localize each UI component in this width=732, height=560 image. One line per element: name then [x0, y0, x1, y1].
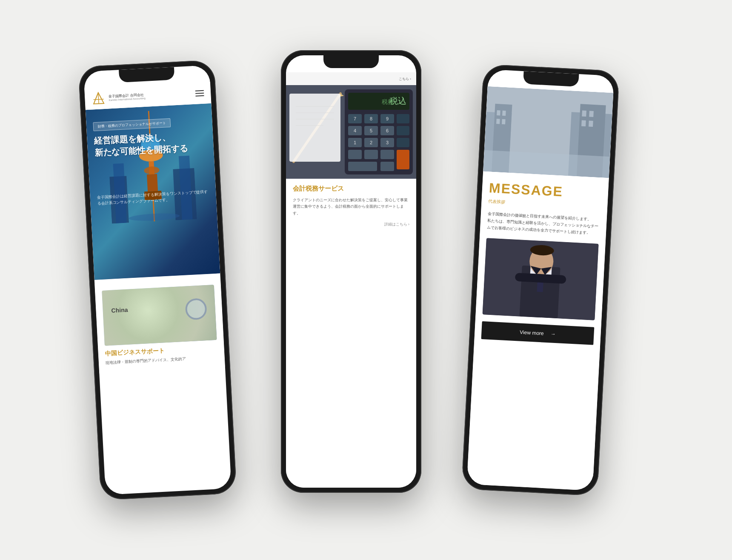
p2-calculator-svg: 税込 税務 [286, 85, 416, 179]
svg-point-14 [129, 212, 180, 222]
phone-3-notch [523, 71, 579, 87]
svg-text:2: 2 [370, 140, 372, 145]
svg-rect-66 [589, 120, 593, 127]
p2-service-card: 税込 税務 [286, 85, 416, 233]
p1-logo: 金子国際会計 合同会社 Kaneko International Account… [92, 89, 146, 106]
p2-top-link-text: こちら › [399, 77, 411, 81]
p2-service-description: クライアントのニーズに合わせた解決策をご提案し、安心して事業運営に集中できるよう… [293, 197, 409, 217]
svg-rect-37 [380, 162, 394, 171]
p3-message-description: 金子国際会計の価値観と目指す未来への展望を紹介します。 私たちは、専門知識と経験… [487, 210, 600, 237]
svg-text:4: 4 [354, 128, 356, 133]
p1-logo-icon [92, 91, 106, 106]
phone-1-content: 金子国際会計 合同会社 Kaneko International Account… [84, 82, 232, 495]
phone-2-notch [323, 55, 379, 68]
phone-3-content: MESSAGE 代表挨拶 金子国際会計の価値観と目指す未来への展望を紹介します。… [467, 86, 614, 491]
phone-1-screen: 金子国際会計 合同会社 Kaneko International Account… [83, 65, 232, 495]
svg-rect-64 [589, 111, 594, 117]
svg-rect-62 [502, 119, 506, 124]
svg-point-11 [144, 166, 160, 174]
svg-text:8: 8 [370, 116, 372, 121]
p3-top-svg [483, 86, 613, 178]
svg-rect-33 [364, 150, 378, 159]
svg-text:7: 7 [354, 116, 356, 121]
p1-logo-texts: 金子国際会計 合同会社 Kaneko International Account… [109, 93, 146, 102]
svg-rect-35 [397, 150, 409, 169]
p1-china-card: China 中国ビジネスサポート 現地法律・規制の専門的アドバイス、文化的ア [94, 277, 225, 373]
svg-rect-27 [397, 126, 409, 135]
p3-view-more-button[interactable]: View more → [481, 321, 595, 345]
p3-view-more-label: View more [520, 329, 544, 336]
svg-rect-60 [502, 111, 506, 116]
p3-portrait-svg [483, 238, 599, 320]
p1-hamburger-icon[interactable] [195, 90, 204, 97]
p2-service-link[interactable]: 詳細はこちら › [293, 222, 409, 227]
p2-service-title: 会計税務サービス [293, 185, 409, 193]
p1-card-image: China [102, 285, 217, 346]
svg-rect-61 [496, 119, 500, 124]
svg-text:6: 6 [386, 128, 389, 133]
p2-top-link[interactable]: こちら › [286, 72, 416, 85]
scene: 金子国際会計 合同会社 Kaneko International Account… [68, 25, 664, 535]
svg-rect-12 [147, 174, 158, 191]
phone-2: こちら › 税込 [281, 50, 421, 493]
p3-message-section: MESSAGE 代表挨拶 金子国際会計の価値観と目指す未来への展望を紹介します。… [474, 171, 609, 354]
phone-2-content: こちら › 税込 [286, 72, 416, 488]
p2-service-link-text: 詳細はこちら › [384, 222, 410, 227]
svg-rect-65 [581, 120, 586, 127]
svg-text:1: 1 [354, 140, 356, 145]
p3-desc-2: 私たちは、専門知識と経験を活かし、プロフェッショナルなチームでお客様のビジネスの… [487, 218, 598, 235]
phone-3: MESSAGE 代表挨拶 金子国際会計の価値観と目指す未来への展望を紹介します。… [461, 64, 620, 496]
p3-arrow-icon: → [550, 331, 556, 337]
p2-service-body: 会計税務サービス クライアントのニーズに合わせた解決策をご提案し、安心して事業運… [286, 179, 416, 233]
phone-1: 金子国際会計 合同会社 Kaneko International Account… [78, 60, 237, 500]
svg-rect-36 [348, 162, 377, 171]
svg-text:税務: 税務 [382, 98, 394, 105]
svg-rect-49 [289, 94, 340, 162]
svg-text:5: 5 [370, 128, 372, 133]
p3-portrait-image [483, 238, 599, 320]
svg-rect-32 [348, 150, 362, 159]
p2-service-image: 税込 税務 [286, 85, 416, 179]
svg-text:9: 9 [386, 116, 389, 121]
p1-map-china-label: China [111, 306, 128, 314]
phone-3-screen: MESSAGE 代表挨拶 金子国際会計の価値観と目指す未来への展望を紹介します。… [467, 69, 615, 491]
p3-top-image [483, 86, 613, 178]
p3-message-title: MESSAGE [489, 180, 602, 202]
svg-rect-23 [397, 114, 409, 123]
phone-2-screen: こちら › 税込 [286, 55, 416, 488]
svg-rect-63 [582, 111, 586, 117]
svg-rect-31 [397, 138, 409, 147]
svg-text:3: 3 [386, 140, 389, 145]
svg-rect-34 [380, 150, 394, 159]
svg-rect-59 [497, 110, 500, 115]
p1-hero: 財務・税務のプロフェッショナルがサポート 経営課題を解決し、新たな可能性を開拓す… [86, 103, 220, 280]
phone-1-notch [119, 67, 174, 83]
